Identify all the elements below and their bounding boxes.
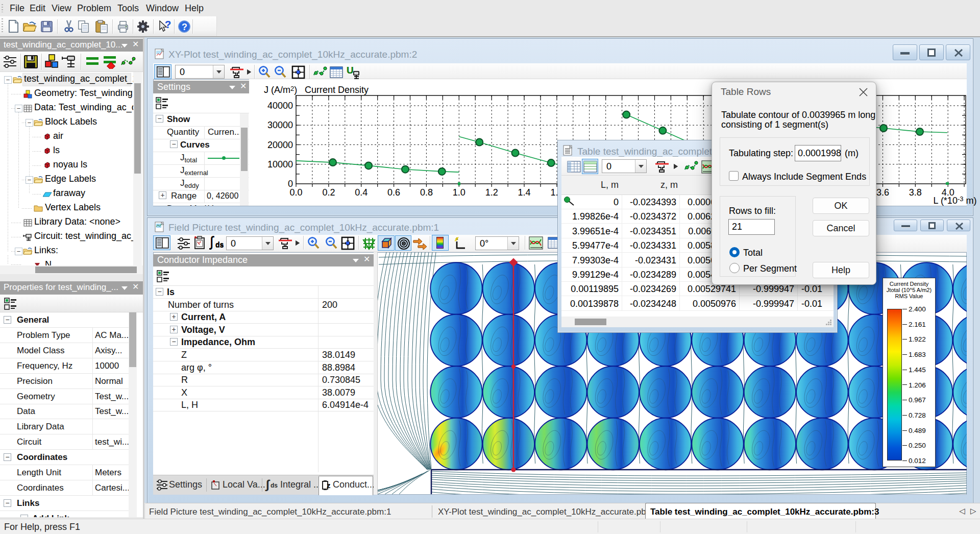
svg-text:Current Density: Current Density — [305, 85, 369, 95]
svg-text:U: U — [347, 65, 354, 76]
svg-text:0.2: 0.2 — [322, 187, 335, 198]
svg-text:L (*10-3 m): L (*10-3 m) — [934, 195, 977, 206]
svg-text:0.0: 0.0 — [289, 187, 302, 198]
svg-text:20000: 20000 — [267, 140, 293, 150]
svg-text:?: ? — [182, 22, 187, 32]
svg-text:1.4: 1.4 — [518, 187, 530, 198]
svg-text:z: z — [327, 481, 331, 490]
svg-text:ds: ds — [215, 240, 224, 249]
svg-text:?: ? — [165, 19, 171, 30]
svg-text:1.2: 1.2 — [485, 187, 498, 198]
svg-text:0.4: 0.4 — [355, 187, 368, 198]
svg-text:0.8: 0.8 — [420, 187, 433, 198]
svg-text:1.0: 1.0 — [453, 187, 465, 198]
svg-text:3.8: 3.8 — [909, 187, 922, 198]
svg-text:40000: 40000 — [267, 101, 293, 111]
svg-text:3.6: 3.6 — [876, 187, 889, 198]
svg-text:10000: 10000 — [267, 159, 293, 169]
svg-text:∫: ∫ — [209, 234, 214, 249]
svg-text:0.6: 0.6 — [387, 187, 400, 198]
svg-text:30000: 30000 — [267, 120, 293, 130]
